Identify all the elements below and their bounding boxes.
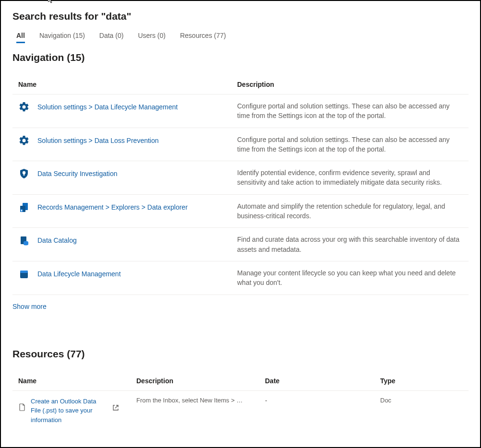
nav-desc: Configure portal and solution settings. … bbox=[237, 135, 465, 154]
gear-icon bbox=[18, 101, 30, 113]
nav-col-desc: Description bbox=[237, 81, 465, 88]
res-row[interactable]: Create an Outlook Data File (.pst) to sa… bbox=[12, 391, 469, 431]
nav-desc: Configure portal and solution settings. … bbox=[237, 101, 465, 121]
tabs: All Navigation (15) Data (0) Users (0) R… bbox=[12, 32, 469, 43]
nav-link[interactable]: Solution settings > Data Loss Prevention bbox=[37, 137, 159, 144]
nav-desc: Manage your content lifecycle so you can… bbox=[237, 268, 465, 288]
external-link-icon bbox=[112, 404, 119, 411]
res-desc: From the Inbox, select New Items > … bbox=[136, 397, 265, 404]
gear-icon bbox=[18, 135, 30, 146]
tab-all[interactable]: All bbox=[16, 32, 25, 43]
records-icon bbox=[18, 201, 30, 213]
nav-link[interactable]: Solution settings > Data Lifecycle Manag… bbox=[37, 103, 178, 111]
res-type: Doc bbox=[380, 397, 465, 404]
res-link[interactable]: Create an Outlook Data File (.pst) to sa… bbox=[31, 397, 108, 425]
nav-link[interactable]: Data Security Investigation bbox=[37, 170, 118, 177]
document-icon bbox=[18, 403, 26, 411]
navigation-section-title: Navigation (15) bbox=[12, 52, 469, 63]
lifecycle-icon bbox=[18, 268, 30, 280]
nav-row[interactable]: Solution settings > Data Lifecycle Manag… bbox=[12, 94, 469, 128]
page-title: Search results for "data" bbox=[12, 11, 469, 22]
tab-resources[interactable]: Resources (77) bbox=[180, 32, 226, 43]
res-col-desc: Description bbox=[136, 377, 265, 385]
svg-point-9 bbox=[24, 243, 28, 246]
tab-users[interactable]: Users (0) bbox=[138, 32, 166, 43]
svg-rect-11 bbox=[20, 271, 28, 273]
tab-data[interactable]: Data (0) bbox=[99, 32, 124, 43]
nav-link[interactable]: Data Lifecycle Management bbox=[37, 270, 121, 278]
svg-rect-5 bbox=[21, 210, 22, 211]
nav-desc: Automate and simplify the retention sche… bbox=[237, 201, 465, 221]
nav-link[interactable]: Records Management > Explorers > Data ex… bbox=[37, 203, 188, 211]
tab-navigation[interactable]: Navigation (15) bbox=[39, 32, 85, 43]
show-more-link[interactable]: Show more bbox=[12, 303, 47, 310]
nav-row[interactable]: Data Lifecycle Management Manage your co… bbox=[12, 261, 469, 295]
res-col-type: Type bbox=[380, 377, 465, 385]
nav-desc: Identify potential evidence, confirm evi… bbox=[237, 168, 465, 188]
resources-section-title: Resources (77) bbox=[12, 348, 469, 360]
res-col-name: Name bbox=[16, 377, 136, 385]
cursor-icon bbox=[48, 0, 55, 3]
nav-desc: Find and curate data across your org wit… bbox=[237, 235, 465, 254]
res-col-date: Date bbox=[265, 377, 380, 385]
svg-point-0 bbox=[23, 171, 25, 174]
res-date: - bbox=[265, 397, 380, 404]
nav-row[interactable]: Data Catalog Find and curate data across… bbox=[12, 228, 469, 261]
nav-row[interactable]: Data Security Investigation Identify pot… bbox=[12, 161, 469, 195]
nav-col-name: Name bbox=[16, 81, 237, 88]
nav-row[interactable]: Solution settings > Data Loss Prevention… bbox=[12, 128, 469, 162]
resources-table-header: Name Description Date Type bbox=[12, 371, 469, 391]
shield-bulb-icon bbox=[18, 168, 30, 179]
svg-rect-1 bbox=[24, 174, 24, 176]
catalog-icon bbox=[18, 235, 30, 246]
nav-row[interactable]: Records Management > Explorers > Data ex… bbox=[12, 195, 469, 228]
navigation-table-header: Name Description bbox=[12, 75, 469, 94]
nav-link[interactable]: Data Catalog bbox=[37, 236, 77, 244]
